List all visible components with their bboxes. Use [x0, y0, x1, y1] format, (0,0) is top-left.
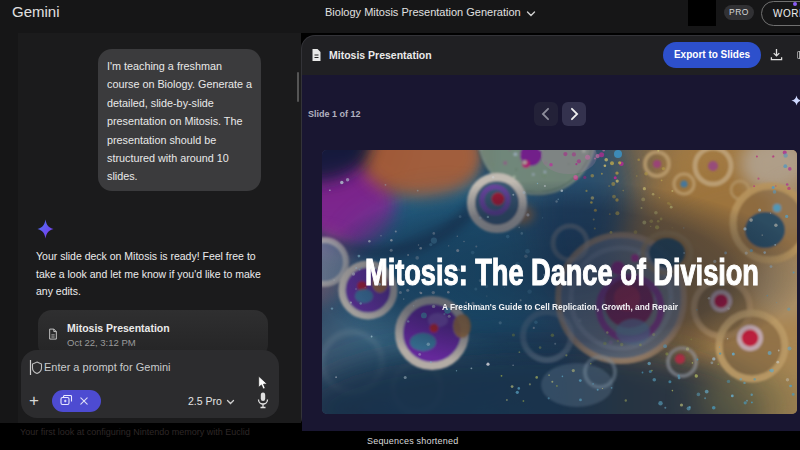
svg-text:A Freshman's Guide to Cell Rep: A Freshman's Guide to Cell Replication, …	[442, 302, 679, 312]
svg-text:Mitosis: The Dance of Division: Mitosis: The Dance of Division	[365, 253, 759, 294]
